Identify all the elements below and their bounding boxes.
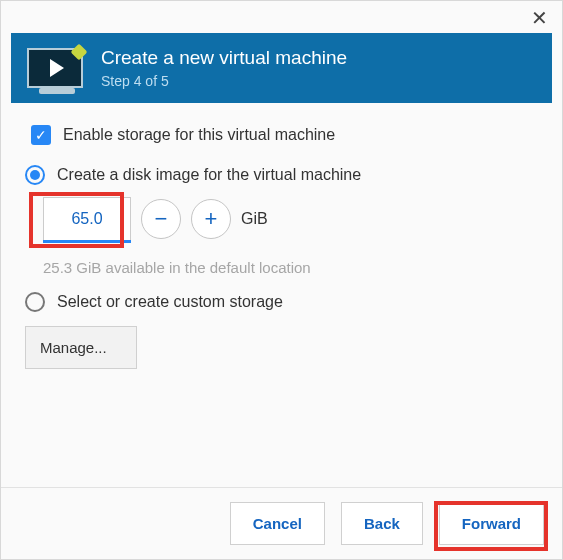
- disk-size-input[interactable]: [43, 197, 131, 241]
- decrease-button[interactable]: −: [141, 199, 181, 239]
- titlebar: ✕: [1, 1, 562, 27]
- close-icon[interactable]: ✕: [530, 9, 548, 27]
- new-vm-dialog: ✕ Create a new virtual machine Step 4 of…: [0, 0, 563, 560]
- create-disk-label: Create a disk image for the virtual mach…: [57, 166, 361, 184]
- enable-storage-label: Enable storage for this virtual machine: [63, 126, 335, 144]
- increase-button[interactable]: +: [191, 199, 231, 239]
- input-underline: [43, 240, 131, 243]
- cancel-button[interactable]: Cancel: [230, 502, 325, 545]
- available-space-hint: 25.3 GiB available in the default locati…: [43, 259, 538, 276]
- disk-size-input-wrap: [43, 197, 131, 241]
- custom-storage-row: Select or create custom storage: [25, 292, 538, 312]
- wizard-footer: Cancel Back Forward: [1, 487, 562, 559]
- wizard-body: ✓ Enable storage for this virtual machin…: [1, 103, 562, 383]
- size-unit-label: GiB: [241, 210, 268, 228]
- create-disk-radio[interactable]: [25, 165, 45, 185]
- enable-storage-row: ✓ Enable storage for this virtual machin…: [31, 125, 538, 145]
- back-button[interactable]: Back: [341, 502, 423, 545]
- create-disk-row: Create a disk image for the virtual mach…: [25, 165, 538, 185]
- forward-button[interactable]: Forward: [439, 502, 544, 545]
- disk-size-row: − + GiB: [43, 197, 538, 241]
- wizard-step: Step 4 of 5: [101, 73, 347, 89]
- manage-button[interactable]: Manage...: [25, 326, 137, 369]
- custom-storage-radio[interactable]: [25, 292, 45, 312]
- custom-storage-label: Select or create custom storage: [57, 293, 283, 311]
- vm-monitor-icon: [27, 48, 83, 88]
- wizard-title: Create a new virtual machine: [101, 47, 347, 69]
- enable-storage-checkbox[interactable]: ✓: [31, 125, 51, 145]
- new-star-icon: [71, 44, 88, 61]
- play-icon: [50, 59, 64, 77]
- wizard-header: Create a new virtual machine Step 4 of 5: [11, 33, 552, 103]
- header-text: Create a new virtual machine Step 4 of 5: [101, 47, 347, 89]
